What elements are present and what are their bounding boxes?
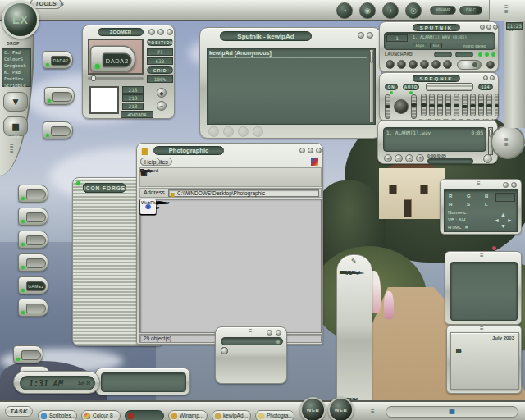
explorer-title[interactable]: Photographic [153, 146, 224, 155]
window-button[interactable] [480, 25, 485, 30]
window-button[interactable] [276, 330, 281, 336]
zoomer-title[interactable]: ZOOMER [98, 28, 144, 36]
chat-user-icon[interactable] [253, 126, 263, 137]
eq-main-knob[interactable] [394, 99, 409, 114]
drive-icon[interactable] [18, 231, 48, 249]
window-button[interactable] [503, 182, 509, 188]
eq-preamp-slider[interactable] [411, 94, 417, 119]
drive-icon[interactable] [18, 208, 48, 226]
window-button[interactable] [308, 148, 313, 153]
taskbar-window-button[interactable]: Photogra... [255, 410, 294, 420]
web-button[interactable]: WEB [300, 397, 326, 420]
calculator-menu-icon[interactable]: ≡ [249, 329, 253, 334]
player-knob[interactable] [486, 61, 495, 69]
drive-icon[interactable] [18, 299, 48, 317]
player-button[interactable] [455, 52, 473, 57]
links-panel-icon[interactable]: ✎ [351, 258, 357, 265]
calendar-menu-icon[interactable]: ≡ [480, 326, 484, 331]
window-button[interactable] [316, 148, 322, 153]
menu-icon[interactable]: ≡≡ [504, 5, 509, 15]
playlist-add-button[interactable]: + [384, 154, 392, 162]
window-button[interactable] [148, 29, 155, 35]
chat-title[interactable]: Sputnik - kewlpAd [220, 31, 312, 41]
player-knob[interactable] [431, 60, 441, 69]
task-label[interactable]: TASK [5, 406, 33, 417]
eq-balance-slider[interactable] [385, 94, 390, 119]
eq-band-slider[interactable] [495, 94, 499, 116]
window-button[interactable] [483, 75, 488, 80]
trash-icon[interactable]: ▼ [3, 92, 28, 112]
picker-b-label[interactable]: B [485, 194, 488, 199]
playlist-display[interactable]: 1. ALARM[1].wav 0:05 [383, 127, 486, 152]
playlist-misc-button[interactable]: ? [416, 154, 424, 162]
player-led[interactable] [478, 52, 482, 57]
picker-arrow-up-icon[interactable]: ▲ [500, 212, 506, 217]
drive-icon[interactable]: GAME2 [18, 276, 48, 294]
eq-band-slider[interactable] [421, 94, 427, 116]
taskbar-window-button[interactable]: Scribbles... [38, 410, 77, 420]
launcher-button[interactable]: Icon Forge [83, 183, 126, 193]
web-button[interactable]: WEB [328, 397, 354, 420]
zoomer-grid-toggle[interactable]: GRID [147, 66, 173, 74]
taskbar-window-button[interactable]: kewlpAd... [212, 410, 251, 420]
window-button[interactable] [358, 32, 364, 39]
picker-s-label[interactable]: S [467, 202, 470, 207]
zoomer-position-button[interactable]: POSITION [147, 39, 173, 46]
eq-band-slider[interactable] [462, 94, 468, 116]
eq-band-slider[interactable] [437, 94, 443, 116]
dock-menu-icon[interactable]: ≡≡ [10, 144, 14, 154]
eq-band-slider[interactable] [470, 94, 476, 116]
player-title[interactable]: SPUTNIK [413, 24, 460, 31]
quick-launch-icon[interactable]: ♪ [382, 2, 399, 19]
picker-arrow-right-icon[interactable]: ► [507, 217, 513, 223]
player-knob[interactable] [443, 60, 452, 69]
quick-launch-icon[interactable]: ◔ [336, 2, 353, 19]
playlist-mini-display[interactable] [427, 158, 473, 164]
os-logo[interactable]: LX [2, 1, 39, 39]
calc-key[interactable] [221, 347, 228, 354]
picker-h-label[interactable]: H [449, 202, 452, 207]
equalizer-title[interactable]: SPEQNIK [413, 75, 460, 82]
window-button[interactable] [490, 75, 495, 80]
explorer-menu-item[interactable]: Help [140, 158, 160, 166]
drop-list[interactable]: C. Pad ColourS Gregbook K. Pad FontDrw S… [2, 48, 31, 87]
eq-on-button[interactable]: ON [385, 84, 398, 90]
player-knob[interactable] [420, 60, 429, 69]
window-button[interactable] [511, 182, 517, 188]
tray-icon[interactable]: ▦ [449, 409, 455, 415]
picker-r-label[interactable]: R [449, 194, 452, 199]
eq-band-slider[interactable] [478, 94, 484, 116]
drive-icon[interactable] [18, 253, 48, 272]
eq-auto-button[interactable]: AUTO [403, 84, 419, 90]
window-button[interactable] [158, 29, 164, 35]
taskbar-window-button[interactable]: Winamp... [168, 410, 208, 420]
notes-menu-icon[interactable]: ≡ [480, 253, 484, 258]
eq-band-slider[interactable] [445, 94, 451, 116]
drive-icon[interactable] [18, 185, 48, 203]
picker-arrow-down-icon[interactable]: ▼ [500, 223, 506, 229]
address-input[interactable]: C:\WINDOWS\Desktop\Photographic [168, 189, 319, 197]
monitor-knob[interactable]: ≡≡ [491, 125, 525, 159]
taskbar-window-button[interactable]: Colour 8 [81, 410, 121, 420]
calc-pill-button[interactable]: CALC [459, 6, 482, 15]
picker-l-label[interactable]: L [485, 202, 488, 207]
picker-menu-icon[interactable]: ≡ [477, 181, 481, 186]
quick-launch-icon[interactable]: ◎ [405, 2, 422, 19]
display-panel-screen[interactable] [101, 372, 186, 392]
playlist-sel-button[interactable]: • [405, 154, 413, 162]
drive-icon[interactable] [43, 121, 73, 139]
playlist-remove-button[interactable]: − [395, 154, 403, 162]
window-button[interactable] [486, 25, 491, 30]
window-button[interactable] [493, 25, 498, 30]
player-knob[interactable] [397, 60, 406, 69]
window-button[interactable] [299, 148, 305, 153]
winamp-pill-button[interactable]: WINAMP [430, 6, 456, 15]
volume-slider[interactable] [457, 60, 482, 70]
eq-band-slider[interactable] [486, 94, 492, 116]
eq-band-slider[interactable] [454, 94, 459, 116]
zoomer-picker-button[interactable]: ◆ [157, 88, 167, 98]
zoomer-slider[interactable] [88, 77, 144, 80]
player-led[interactable] [491, 52, 495, 57]
player-knob[interactable] [409, 60, 418, 69]
data-folder-icon[interactable]: ▆Data [3, 116, 28, 136]
